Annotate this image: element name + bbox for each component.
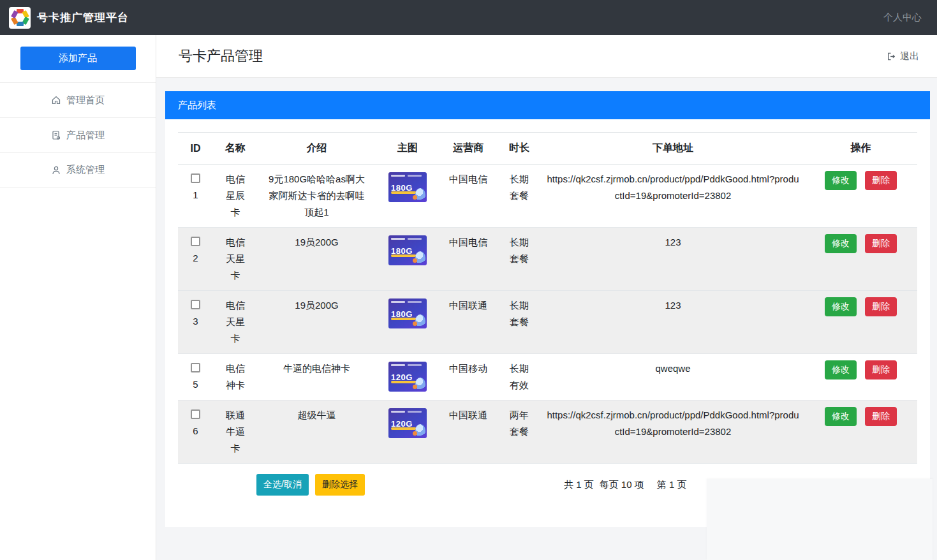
row-checkbox[interactable] [191,173,200,183]
cell-carrier: 中国移动 [439,354,497,401]
home-icon [51,95,61,105]
row-checkbox[interactable] [191,409,200,419]
user-center-link[interactable]: 个人中心 [883,11,922,24]
cell-name: 电信天星卡 [213,291,258,354]
cell-image: 120G [376,401,439,464]
cell-id: 6 [178,401,213,464]
cell-duration: 长期有效 [497,354,542,401]
cell-carrier: 中国电信 [439,228,497,291]
delete-button[interactable]: 删除 [865,234,897,253]
page-header: 号卡产品管理 退出 [156,35,937,78]
document-icon [51,130,61,140]
cell-id: 2 [178,228,213,291]
row-id: 2 [182,250,209,267]
product-panel: 产品列表 ID 名称 介绍 主图 运营商 [165,91,930,527]
cell-image: 180G [376,165,439,228]
cell-url: https://qk2csf.zjrmob.cn/product/ppd/Pdd… [542,401,804,464]
cell-desc: 牛逼的电信神卡 [258,354,376,401]
sidebar-item-dashboard[interactable]: 管理首页 [0,82,156,117]
column-header-desc: 介绍 [258,133,376,165]
pagination: 共 1 页 每页 10 项 第 1 页 [564,479,686,491]
sidebar: 添加产品 管理首页 产品管理 [0,35,156,560]
sidebar-item-products[interactable]: 产品管理 [0,117,156,152]
cell-duration: 长期套餐 [497,165,542,228]
row-id: 6 [182,423,209,439]
edit-button[interactable]: 修改 [825,407,857,426]
cell-carrier: 中国电信 [439,165,497,228]
cell-image: 180G [376,291,439,354]
add-product-button[interactable]: 添加产品 [20,47,136,70]
row-id: 1 [182,187,209,203]
cell-name: 联通牛逼卡 [213,401,258,464]
page-title: 号卡产品管理 [179,47,263,66]
column-header-image: 主图 [376,133,439,165]
cell-carrier: 中国联通 [439,401,497,464]
app-logo-icon [9,7,31,29]
table-header-row: ID 名称 介绍 主图 运营商 时长 下单地址 操作 [178,133,917,165]
row-checkbox[interactable] [191,237,200,246]
cell-actions: 修改 删除 [804,354,917,401]
logout-icon [887,52,896,61]
product-image: 180G [388,235,427,265]
cell-actions: 修改 删除 [804,228,917,291]
cell-image: 180G [376,228,439,291]
row-checkbox[interactable] [191,300,200,309]
table-row: 1 电信星辰卡 9元180G哈哈哈as啊大家阿斯达卡省的去啊哇顶起1 180G … [178,165,917,228]
pagination-per-page: 每页 10 项 [600,479,644,491]
delete-button[interactable]: 删除 [865,407,897,426]
cell-url: https://qk2csf.zjrmob.cn/product/ppd/Pdd… [542,165,804,228]
cell-desc: 超级牛逼 [258,401,376,464]
column-header-name: 名称 [213,133,258,165]
pagination-current-page: 第 1 页 [657,479,687,491]
logout-button[interactable]: 退出 [887,50,919,63]
app-header: 号卡推广管理平台 个人中心 [0,0,937,35]
cell-carrier: 中国联通 [439,291,497,354]
cell-image: 120G [376,354,439,401]
row-checkbox[interactable] [191,363,200,372]
product-table: ID 名称 介绍 主图 运营商 时长 下单地址 操作 1 电信星辰卡 9 [178,132,917,464]
pagination-total-pages: 共 1 页 [564,479,594,491]
cell-desc: 19员200G [258,228,376,291]
sidebar-item-system[interactable]: 系统管理 [0,152,156,188]
column-header-id: ID [178,133,213,165]
table-body: 1 电信星辰卡 9元180G哈哈哈as啊大家阿斯达卡省的去啊哇顶起1 180G … [178,165,917,464]
delete-selected-button[interactable]: 删除选择 [315,474,365,496]
select-all-button[interactable]: 全选/取消 [256,474,309,496]
cell-url: 123 [542,291,804,354]
table-row: 3 电信天星卡 19员200G 180G 中国联通 长期套餐 123 修改 删除 [178,291,917,354]
table-row: 6 联通牛逼卡 超级牛逼 120G 中国联通 两年套餐 https://qk2c… [178,401,917,464]
cell-name: 电信神卡 [213,354,258,401]
sidebar-menu: 管理首页 产品管理 系统管理 [0,82,156,188]
product-image: 120G [388,408,427,438]
cell-actions: 修改 删除 [804,291,917,354]
cell-name: 电信天星卡 [213,228,258,291]
delete-button[interactable]: 删除 [865,171,897,190]
row-id: 3 [182,313,209,330]
product-image: 180G [388,298,427,328]
panel-title-bar: 产品列表 [165,91,930,119]
edit-button[interactable]: 修改 [825,297,857,316]
cell-url: 123 [542,228,804,291]
cell-url: qweqwe [542,354,804,401]
table-row: 5 电信神卡 牛逼的电信神卡 120G 中国移动 长期有效 qweqwe 修改 … [178,354,917,401]
row-id: 5 [182,376,209,393]
sidebar-item-label: 产品管理 [66,129,105,142]
panel-title: 产品列表 [178,99,216,112]
column-header-duration: 时长 [497,133,542,165]
edit-button[interactable]: 修改 [825,171,857,190]
column-header-carrier: 运营商 [439,133,497,165]
sidebar-item-label: 管理首页 [66,94,105,107]
edit-button[interactable]: 修改 [825,234,857,253]
cell-desc: 19员200G [258,291,376,354]
cell-duration: 长期套餐 [497,291,542,354]
cell-name: 电信星辰卡 [213,165,258,228]
column-header-actions: 操作 [804,133,917,165]
edit-button[interactable]: 修改 [825,360,857,379]
column-header-url: 下单地址 [542,133,804,165]
delete-button[interactable]: 删除 [865,297,897,316]
delete-button[interactable]: 删除 [865,360,897,379]
sidebar-item-label: 系统管理 [66,164,105,176]
cell-id: 3 [178,291,213,354]
cell-id: 5 [178,354,213,401]
product-image: 180G [388,172,427,202]
